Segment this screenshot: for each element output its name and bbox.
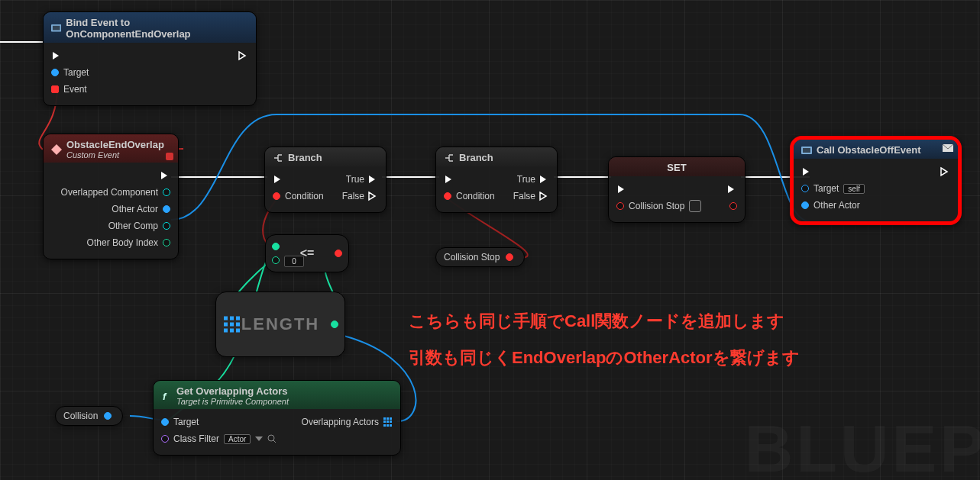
svg-marker-3 <box>239 52 245 60</box>
svg-marker-18 <box>941 168 947 176</box>
pill-collision-stop[interactable]: Collision Stop <box>435 247 525 267</box>
exec-in-icon[interactable] <box>801 166 812 177</box>
pin-out[interactable] <box>104 412 112 420</box>
exec-out-icon[interactable] <box>238 50 248 61</box>
exec-in-icon[interactable] <box>444 174 454 185</box>
delegate-pin[interactable] <box>166 153 173 160</box>
node-call-obstacleoffevent[interactable]: Call ObstacleOffEvent Targetself Other A… <box>790 136 962 225</box>
svg-marker-10 <box>540 176 546 183</box>
pin-b[interactable] <box>272 256 280 264</box>
node-branch-2[interactable]: Branch True Condition False <box>435 147 558 213</box>
pin-out[interactable] <box>163 222 170 230</box>
exec-in-icon[interactable] <box>616 184 627 195</box>
node-set[interactable]: SET Collision Stop <box>608 156 746 223</box>
svg-marker-5 <box>161 172 167 179</box>
pin-label: Overlapping Actors <box>302 417 379 427</box>
pin-label: True <box>346 174 364 185</box>
svg-marker-7 <box>369 176 375 183</box>
target-pin[interactable] <box>161 418 169 426</box>
event-pin[interactable] <box>51 85 59 93</box>
node-length[interactable]: LENGTH <box>215 292 345 357</box>
svg-marker-4 <box>51 144 62 155</box>
var-out-pin[interactable] <box>729 202 737 210</box>
node-header: SET <box>609 157 745 176</box>
pin-a[interactable] <box>272 243 280 250</box>
node-title: Get Overlapping Actors <box>176 385 287 397</box>
pin-out[interactable] <box>506 253 513 261</box>
array-in-pin[interactable] <box>224 317 240 333</box>
actor-class-value[interactable]: Actor <box>224 434 251 444</box>
pin-label: Target <box>63 67 89 78</box>
pin-out[interactable] <box>163 239 170 246</box>
pin-label: Other Actor <box>813 200 860 211</box>
node-subtitle: Custom Event <box>66 150 164 159</box>
node-title: Bind Event to OnComponentEndOverlap <box>66 17 248 40</box>
annotation-line-1: こちらも同じ手順でCall関数ノードを追加します <box>409 310 784 333</box>
node-bind-event[interactable]: Bind Event to OnComponentEndOverlap Targ… <box>43 11 257 106</box>
exec-in-icon[interactable] <box>51 50 62 61</box>
exec-out-icon[interactable] <box>367 191 378 201</box>
pin-label: Condition <box>285 191 324 201</box>
svg-marker-12 <box>618 185 624 193</box>
exec-out-icon[interactable] <box>160 170 170 181</box>
exec-out-icon[interactable] <box>539 174 549 185</box>
svg-marker-9 <box>445 176 451 183</box>
array-out-pin[interactable] <box>383 417 393 427</box>
browse-icon[interactable] <box>267 434 277 443</box>
class-filter-pin[interactable] <box>161 435 169 443</box>
pill-collision[interactable]: Collision <box>55 406 123 426</box>
pin-label: Class Filter <box>173 433 219 444</box>
svg-marker-13 <box>728 185 734 193</box>
pin-result[interactable] <box>335 250 342 257</box>
pin-label: Overlapped Component <box>61 187 158 198</box>
bool-checkbox[interactable] <box>689 200 701 212</box>
envelope-icon <box>943 143 953 153</box>
target-pin[interactable] <box>51 69 59 76</box>
svg-marker-20 <box>255 437 263 441</box>
var-in-pin[interactable] <box>616 202 624 210</box>
length-label: LENGTH <box>241 314 319 334</box>
node-subtitle: Target is Primitive Component <box>176 397 289 406</box>
condition-pin[interactable] <box>273 192 280 200</box>
node-compare[interactable]: <= <box>265 234 349 272</box>
branch-icon <box>444 153 454 163</box>
svg-line-22 <box>273 440 276 443</box>
function-icon <box>51 23 61 34</box>
exec-out-icon[interactable] <box>940 166 950 177</box>
pin-out[interactable] <box>331 321 338 328</box>
condition-pin[interactable] <box>444 192 451 200</box>
svg-marker-2 <box>53 52 59 60</box>
node-branch-1[interactable]: Branch True Condition False <box>264 147 387 213</box>
exec-out-icon[interactable] <box>539 191 549 201</box>
pin-label: Other Comp <box>108 221 158 231</box>
function-icon <box>801 145 812 156</box>
node-header: Bind Event to OnComponentEndOverlap <box>44 12 256 43</box>
compare-value-input[interactable] <box>284 256 304 267</box>
svg-rect-1 <box>53 26 60 31</box>
node-get-overlapping-actors[interactable]: f Get Overlapping Actors Target is Primi… <box>153 380 401 456</box>
pin-out[interactable] <box>163 188 170 196</box>
watermark: BLUEP <box>745 410 980 480</box>
pin-out[interactable] <box>163 205 170 213</box>
exec-out-icon[interactable] <box>726 184 737 195</box>
svg-rect-15 <box>803 148 810 153</box>
exec-in-icon[interactable] <box>273 174 283 185</box>
exec-out-icon[interactable] <box>367 174 378 185</box>
node-header: Branch <box>265 147 386 166</box>
other-actor-pin[interactable] <box>801 201 809 209</box>
target-pin[interactable] <box>801 185 809 192</box>
function-f-icon: f <box>161 391 172 401</box>
chevron-down-icon[interactable] <box>255 435 263 443</box>
node-header: ObstacleEndOverlap Custom Event <box>44 134 178 163</box>
svg-marker-17 <box>803 168 809 176</box>
svg-marker-11 <box>540 192 546 200</box>
pin-label: True <box>517 174 535 185</box>
pill-label: Collision Stop <box>444 252 500 263</box>
node-title: Branch <box>288 152 322 163</box>
svg-marker-6 <box>274 176 280 183</box>
svg-text:f: f <box>163 391 167 401</box>
pin-label: False <box>342 191 364 201</box>
node-title: Call ObstacleOffEvent <box>817 144 921 156</box>
node-custom-event[interactable]: ObstacleEndOverlap Custom Event Overlapp… <box>43 134 179 259</box>
pill-label: Collision <box>63 411 98 421</box>
